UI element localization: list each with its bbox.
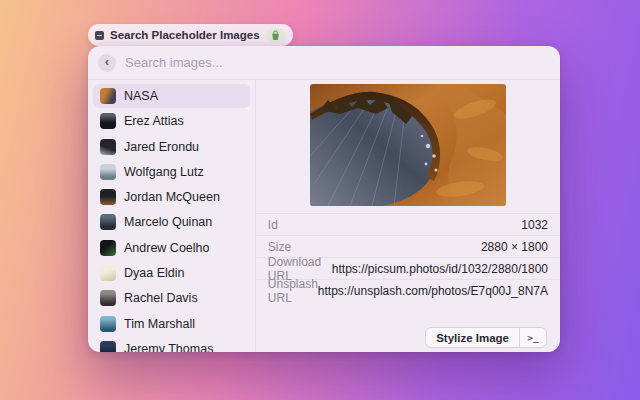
stylize-image-label: Stylize Image <box>426 328 519 347</box>
selected-image-preview <box>310 84 506 206</box>
launcher-pill[interactable]: Search Placeholder Images <box>88 24 293 46</box>
search-bar: ‹ <box>88 46 560 79</box>
metadata-value: 2880 × 1800 <box>481 240 548 254</box>
extension-window: ‹ NASAErez AttiasJared EronduWolfgang Lu… <box>88 46 560 352</box>
list-item[interactable]: Jeremy Thomas <box>93 337 250 352</box>
author-name: Jeremy Thomas <box>124 342 213 352</box>
list-item[interactable]: Marcelo Quinan <box>93 210 250 234</box>
detail-pane: Id1032Size2880 × 1800Download URLhttps:/… <box>255 80 560 352</box>
author-name: Wolfgang Lutz <box>124 165 204 179</box>
author-name: Andrew Coelho <box>124 241 209 255</box>
metadata-row: Unsplash URLhttps://unsplash.com/photos/… <box>256 279 560 301</box>
author-thumbnail <box>100 113 116 129</box>
author-thumbnail <box>100 189 116 205</box>
mars-crater-photo <box>310 84 506 206</box>
author-name: Jared Erondu <box>124 140 199 154</box>
author-name: Rachel Davis <box>124 291 198 305</box>
list-item[interactable]: Tim Marshall <box>93 312 250 336</box>
list-item[interactable]: NASA <box>93 84 250 108</box>
metadata-table: Id1032Size2880 × 1800Download URLhttps:/… <box>256 213 560 301</box>
author-thumbnail <box>100 240 116 256</box>
author-thumbnail <box>100 265 116 281</box>
metadata-label: Size <box>268 240 291 254</box>
metadata-value: 1032 <box>521 218 548 232</box>
author-thumbnail <box>100 88 116 104</box>
extension-icon <box>95 31 104 40</box>
author-list: NASAErez AttiasJared EronduWolfgang Lutz… <box>88 80 255 352</box>
list-item[interactable]: Dyaa Eldin <box>93 261 250 285</box>
terminal-prompt-icon: >_ <box>520 328 546 347</box>
launcher-pill-title: Search Placeholder Images <box>110 29 260 41</box>
list-item[interactable]: Andrew Coelho <box>93 236 250 260</box>
store-chip[interactable] <box>266 28 286 42</box>
list-item[interactable]: Rachel Davis <box>93 286 250 310</box>
author-thumbnail <box>100 341 116 352</box>
metadata-value: https://picsum.photos/id/1032/2880/1800 <box>332 262 548 276</box>
author-name: Marcelo Quinan <box>124 215 212 229</box>
author-thumbnail <box>100 164 116 180</box>
metadata-row: Id1032 <box>256 213 560 235</box>
author-thumbnail <box>100 139 116 155</box>
list-item[interactable]: Jordan McQueen <box>93 185 250 209</box>
author-name: Jordan McQueen <box>124 190 220 204</box>
back-button[interactable]: ‹ <box>98 54 116 72</box>
store-bag-icon <box>270 30 281 41</box>
list-item[interactable]: Wolfgang Lutz <box>93 160 250 184</box>
author-name: Tim Marshall <box>124 317 195 331</box>
author-thumbnail <box>100 214 116 230</box>
search-input[interactable] <box>125 55 550 70</box>
author-name: Dyaa Eldin <box>124 266 184 280</box>
author-thumbnail <box>100 290 116 306</box>
metadata-label: Id <box>268 218 278 232</box>
stylize-image-button[interactable]: Stylize Image >_ <box>425 327 547 348</box>
metadata-value: https://unsplash.com/photos/E7q00J_8N7A <box>318 284 548 298</box>
list-item[interactable]: Erez Attias <box>93 109 250 133</box>
metadata-label: Unsplash URL <box>268 277 318 305</box>
author-name: Erez Attias <box>124 114 184 128</box>
author-name: NASA <box>124 89 158 103</box>
list-item[interactable]: Jared Erondu <box>93 135 250 159</box>
author-thumbnail <box>100 316 116 332</box>
